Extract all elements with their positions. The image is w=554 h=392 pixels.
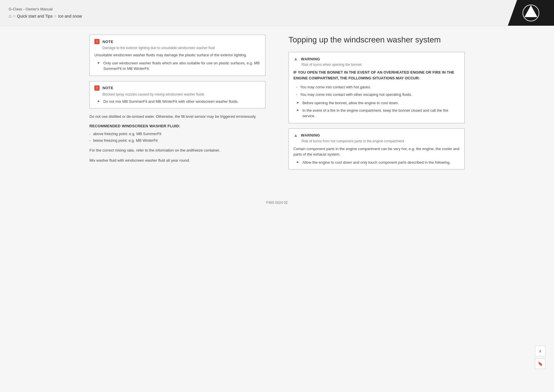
note-icon-1: !: [94, 39, 100, 44]
main-content: ! NOTE Damage to the exterior lighting d…: [75, 26, 479, 183]
warning-dot-text-1: You may come into contact with hot gases…: [300, 84, 371, 90]
warning-arrow-text-2: In the event of a fire in the engine com…: [302, 108, 460, 119]
note-body-1: Unsuitable windscreen washer fluids may …: [94, 52, 261, 58]
warning-box-2: ▲ WARNING Risk of burns from hot compone…: [289, 128, 465, 170]
warning-body-2: Certain component parts in the engine co…: [293, 146, 460, 157]
footer-code: F465 0024 02: [266, 201, 288, 205]
warning-header-2: ▲ WARNING: [293, 133, 460, 138]
note-box-2: ! NOTE Blocked spray nozzles caused by m…: [89, 81, 265, 109]
breadcrumb-item-1[interactable]: Quick start and Tips: [17, 14, 53, 18]
manual-title: G-Class - Owner's Manual: [9, 7, 499, 11]
warning-arrow-bullet-1: ► Before opening the bonnet, allow the e…: [296, 100, 460, 106]
header: G-Class - Owner's Manual ⌂ > Quick start…: [0, 0, 554, 26]
bullet-dot-1: •: [89, 132, 90, 136]
list-item: • below freezing point: e.g. MB WinterFi…: [89, 138, 265, 143]
warning-arrow-1: ►: [296, 101, 300, 104]
mercedes-star-icon: [522, 4, 540, 22]
scroll-up-icon: ∧: [539, 349, 542, 353]
warning-arrow-3: ►: [296, 160, 300, 164]
warning-subtitle-1: Risk of burns when opening the bonnet: [302, 63, 460, 67]
bullet-list: • above freezing point: e.g. MB SummerFi…: [89, 131, 265, 143]
scroll-down-button[interactable]: 🔖: [535, 359, 545, 369]
note-bullet-text-2: Do not mix MB SummerFit and MB WinterFit…: [103, 99, 239, 104]
note-subtitle-2: Blocked spray nozzles caused by mixing w…: [102, 92, 261, 96]
warning-arrow-bullet-3: ► Allow the engine to cool down and only…: [296, 160, 460, 165]
note-bullet-arrow-2: ►: [97, 99, 100, 103]
note-box-1: ! NOTE Damage to the exterior lighting d…: [89, 35, 265, 76]
footer: F465 0024 02: [0, 195, 554, 210]
left-column: ! NOTE Damage to the exterior lighting d…: [89, 35, 283, 175]
section-heading: RECOMMENDED WINDSCREEN WASHER FLUID:: [89, 124, 265, 128]
bullet-text-2: below freezing point: e.g. MB WinterFit: [93, 138, 158, 143]
bullet-text-1: above freezing point: e.g. MB SummerFit: [93, 131, 161, 137]
note-icon-2: !: [94, 85, 100, 91]
header-left: G-Class - Owner's Manual ⌂ > Quick start…: [0, 0, 508, 26]
breadcrumb: ⌂ > Quick start and Tips > Ice and snow: [9, 14, 499, 19]
warning-dot-text-2: You may come into contact with other esc…: [300, 92, 412, 98]
breadcrumb-item-2[interactable]: Ice and snow: [58, 14, 82, 18]
mercedes-logo: [508, 0, 554, 26]
warning-arrow-2: ►: [296, 108, 300, 112]
list-item: • above freezing point: e.g. MB SummerFi…: [89, 131, 265, 137]
warning-icon-1: ▲: [293, 56, 298, 61]
note-subtitle-1: Damage to the exterior lighting due to u…: [102, 46, 261, 50]
note-title-2: NOTE: [102, 86, 113, 90]
scroll-buttons: ∧ 🔖: [535, 346, 545, 369]
breadcrumb-separator-2: >: [54, 14, 56, 18]
warning-arrow-text-1: Before opening the bonnet, allow the eng…: [302, 100, 399, 106]
warning-dot-1: •: [296, 86, 297, 88]
warning-icon-2: ▲: [293, 133, 298, 138]
plain-text-3: Mix washer fluid with windscreen washer …: [89, 158, 265, 164]
note-header-2: ! NOTE: [94, 85, 261, 91]
warning-subtitle-2: Risk of burns from hot component parts i…: [302, 139, 460, 143]
note-header-1: ! NOTE: [94, 39, 261, 44]
note-bullet-text-1: Only use windscreen washer fluids which …: [103, 60, 261, 72]
warning-title-2: WARNING: [301, 133, 320, 137]
warning-title-1: WARNING: [301, 57, 320, 61]
warning-dot-bullet-2: • You may come into contact with other e…: [296, 92, 460, 98]
bullet-dot-2: •: [89, 139, 90, 143]
note-bullet-2: ► Do not mix MB SummerFit and MB WinterF…: [97, 99, 261, 104]
home-icon[interactable]: ⌂: [9, 14, 12, 19]
right-column: Topping up the windscreen washer system …: [283, 35, 465, 175]
plain-text-2: For the correct mixing ratio, refer to t…: [89, 148, 265, 154]
warning-arrow-bullet-2: ► In the event of a fire in the engine c…: [296, 108, 460, 119]
warning-header-1: ▲ WARNING: [293, 56, 460, 61]
page-title: Topping up the windscreen washer system: [289, 35, 465, 45]
warning-strong-1: IF YOU OPEN THE BONNET IN THE EVENT OF A…: [293, 70, 460, 81]
breadcrumb-separator-1: >: [13, 14, 15, 18]
note-bullet-arrow-1: ►: [97, 61, 100, 64]
scroll-down-icon: 🔖: [538, 361, 543, 366]
warning-arrow-text-3: Allow the engine to cool down and only t…: [302, 160, 451, 165]
warning-dot-2: •: [296, 93, 297, 96]
note-title-1: NOTE: [102, 40, 113, 44]
plain-text-1: Do not use distilled or de-ionised water…: [89, 114, 265, 120]
warning-box-1: ▲ WARNING Risk of burns when opening the…: [289, 52, 465, 123]
scroll-up-button[interactable]: ∧: [535, 346, 545, 356]
note-bullet-1: ► Only use windscreen washer fluids whic…: [97, 60, 261, 72]
warning-dot-bullet-1: • You may come into contact with hot gas…: [296, 84, 460, 90]
